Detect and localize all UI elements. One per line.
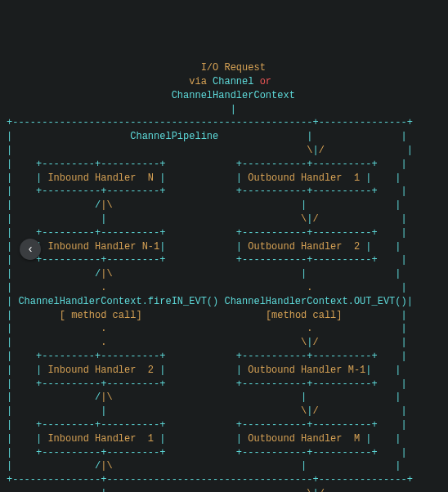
channel-pipeline-diagram: I/O Request via Channel or ChannelHandle… (7, 61, 441, 492)
chevron-left-icon: ‹ (29, 241, 33, 257)
back-button[interactable]: ‹ (20, 239, 41, 260)
